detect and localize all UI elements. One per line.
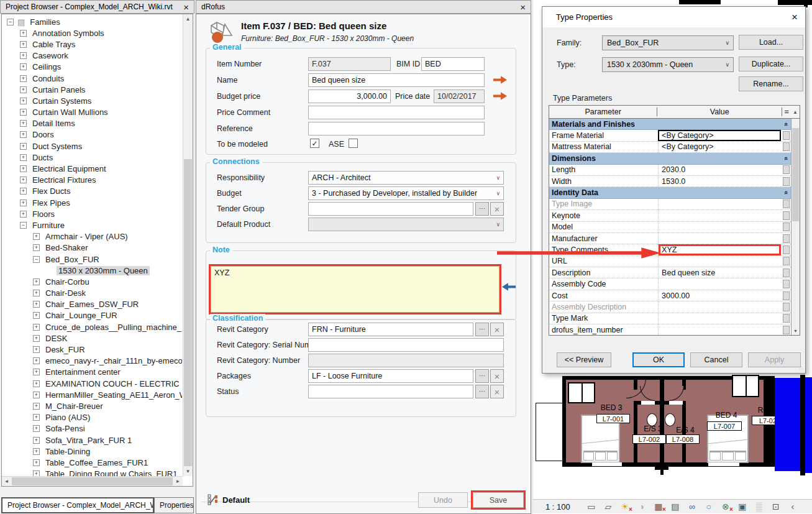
expand-icon[interactable]: +: [20, 200, 27, 206]
expand-icon[interactable]: +: [33, 290, 40, 296]
resize-grip[interactable]: ∴: [800, 365, 803, 371]
expand-icon[interactable]: +: [33, 470, 40, 476]
ase-checkbox[interactable]: [349, 139, 358, 148]
associate-parameter-button[interactable]: [783, 165, 790, 174]
value-header[interactable]: Value: [657, 108, 782, 116]
tree-item[interactable]: +Curtain Systems: [2, 95, 182, 106]
tree-horizontal-scrollbar[interactable]: ◄ ►: [2, 476, 183, 486]
expand-icon[interactable]: +: [33, 301, 40, 308]
table-scrollbar[interactable]: ▼: [791, 119, 800, 335]
tree-item[interactable]: +Flex Ducts: [2, 186, 182, 197]
bim-id-field[interactable]: BED: [421, 57, 485, 71]
note-textarea[interactable]: XYZ: [211, 266, 500, 313]
associate-parameter-button[interactable]: [783, 142, 790, 151]
scrollbar-thumb[interactable]: [184, 159, 192, 466]
view-scale[interactable]: 1 : 100: [545, 502, 570, 512]
expand-icon[interactable]: +: [20, 211, 27, 218]
reveal-hidden-icon[interactable]: ∞: [685, 502, 700, 512]
cancel-button[interactable]: Cancel: [690, 352, 742, 367]
name-field[interactable]: Bed queen size: [308, 73, 485, 87]
budget-select[interactable]: 3 - Purchased by Developer, installed by…: [308, 186, 504, 200]
scroll-up-icon[interactable]: ▲: [183, 14, 193, 24]
tree-item[interactable]: +Sofa_Vitra_Park_FUR 1: [2, 434, 182, 446]
tree-vertical-scrollbar[interactable]: ▲ ▼: [183, 14, 193, 476]
tree-item[interactable]: −▤Families: [2, 16, 182, 27]
rename-button[interactable]: Rename...: [739, 76, 803, 91]
parameter-value[interactable]: <By Category>: [658, 142, 781, 152]
tree-item[interactable]: +Chair-Corbu: [2, 276, 182, 287]
tree-item[interactable]: +Table_Dining Round w Chairs_FUR1: [2, 469, 182, 477]
associate-parameter-button[interactable]: [783, 131, 790, 140]
preview-button[interactable]: << Preview: [557, 352, 611, 367]
parameter-group-row[interactable]: Identity Data«: [549, 187, 791, 198]
parameter-value[interactable]: [658, 256, 781, 267]
tree-item[interactable]: +Curtain Panels: [2, 84, 182, 95]
close-icon[interactable]: ×: [183, 2, 189, 12]
tree-item[interactable]: +Table-Dining: [2, 446, 182, 457]
parameter-value[interactable]: 1530.0: [658, 176, 781, 186]
expand-icon[interactable]: +: [33, 380, 40, 387]
associate-parameter-button[interactable]: [783, 291, 790, 300]
associate-parameter-button[interactable]: [783, 268, 790, 277]
associate-parameter-button[interactable]: [783, 234, 790, 243]
expand-icon[interactable]: +: [33, 392, 40, 398]
close-icon[interactable]: ×: [791, 11, 798, 24]
to-be-modeled-checkbox[interactable]: ✓: [310, 139, 319, 148]
tree-item[interactable]: +HermanMiller_Seating_AE11_Aeron_Work(: [2, 389, 182, 400]
clear-icon[interactable]: ×: [490, 323, 504, 336]
save-button[interactable]: Save: [473, 492, 524, 508]
tree-item[interactable]: +Doors: [2, 129, 182, 140]
tree-item[interactable]: −Bed_Box_FUR: [2, 254, 182, 265]
expand-icon[interactable]: +: [33, 459, 40, 466]
apply-button[interactable]: Apply: [748, 352, 801, 367]
parameter-value[interactable]: [658, 324, 781, 335]
tree-item[interactable]: +Electrical Equipment: [2, 163, 182, 174]
parameter-value[interactable]: <By Category>: [658, 130, 781, 140]
tree-item[interactable]: +Ceilings: [2, 62, 182, 73]
default-product-select[interactable]: ∨: [308, 218, 504, 231]
expand-icon[interactable]: +: [33, 335, 40, 342]
parameter-value[interactable]: 2030.0: [658, 165, 781, 175]
expand-icon[interactable]: +: [20, 165, 27, 172]
expand-icon[interactable]: +: [20, 109, 27, 116]
budget-price-field[interactable]: 3,000.00: [308, 89, 391, 103]
tab-properties[interactable]: Properties: [154, 497, 194, 513]
tree-item[interactable]: +Flex Pipes: [2, 197, 182, 208]
expand-icon[interactable]: +: [20, 188, 27, 195]
tree-item[interactable]: +Detail Items: [2, 118, 182, 129]
parameter-value[interactable]: [658, 222, 781, 232]
family-select[interactable]: Bed_Box_FUR ∨: [602, 35, 734, 50]
expand-icon[interactable]: +: [33, 312, 40, 319]
tree-item[interactable]: +DESK: [2, 333, 182, 344]
collapse-icon[interactable]: −: [33, 256, 40, 263]
clear-icon[interactable]: ×: [490, 202, 504, 216]
expand-icon[interactable]: +: [20, 154, 27, 161]
status-field[interactable]: [308, 385, 473, 398]
scroll-down-icon[interactable]: ▼: [183, 467, 193, 476]
expand-icon[interactable]: +: [33, 244, 40, 251]
expand-icon[interactable]: +: [33, 357, 40, 364]
packages-field[interactable]: LF - Loose Furniture: [308, 369, 473, 383]
expand-icon[interactable]: +: [33, 346, 40, 353]
browse-icon[interactable]: ···: [475, 369, 489, 383]
associate-parameter-button[interactable]: [783, 246, 790, 254]
tree-item[interactable]: −Furniture: [2, 219, 182, 231]
type-select[interactable]: 1530 x 2030mm - Queen ∨: [602, 57, 734, 72]
category-number-field[interactable]: [308, 354, 504, 367]
expand-icon[interactable]: +: [33, 448, 40, 455]
tree-item[interactable]: +emeco_navy-r-_chair_111n_by-emeco-wit: [2, 356, 182, 367]
serial-number-field[interactable]: [308, 338, 504, 352]
detail-level-icon[interactable]: ▭: [584, 502, 599, 512]
reference-field[interactable]: [308, 122, 485, 135]
expand-icon[interactable]: +: [20, 52, 27, 59]
floor-plan[interactable]: BED 3L7-001E/S 3L7-002E/S 4L7-008BED 4L7…: [533, 375, 812, 499]
tree-item[interactable]: +Chair-Desk: [2, 288, 182, 299]
price-comment-field[interactable]: [308, 106, 485, 119]
expand-icon[interactable]: +: [20, 120, 27, 127]
expand-icon[interactable]: +: [33, 414, 40, 421]
parameter-value[interactable]: [658, 313, 781, 324]
tree-item[interactable]: +Chair_Eames_DSW_FUR: [2, 299, 182, 310]
temporary-hide-icon[interactable]: ○: [701, 502, 716, 512]
associate-parameter-button[interactable]: [783, 257, 790, 265]
ok-button[interactable]: OK: [632, 352, 685, 367]
